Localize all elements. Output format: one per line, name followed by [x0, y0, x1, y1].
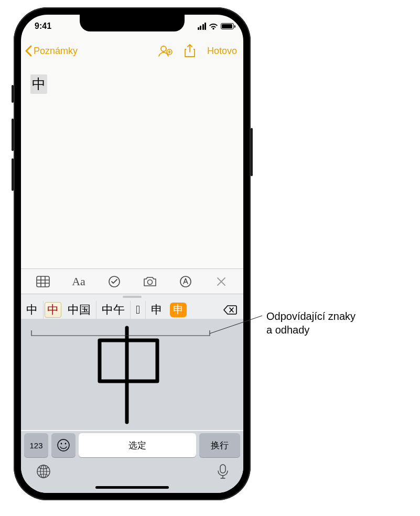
callout-label: Odpovídající znaky a odhady — [266, 309, 408, 337]
status-time: 9:41 — [35, 22, 51, 31]
cellular-icon — [198, 23, 207, 30]
callout-line2: a odhady — [266, 324, 309, 336]
notch — [80, 15, 185, 31]
callout-line — [0, 0, 420, 516]
callout-line1: Odpovídající znaky — [266, 310, 356, 322]
battery-icon — [221, 23, 234, 29]
wifi-icon — [209, 23, 218, 30]
status-right — [198, 23, 234, 30]
